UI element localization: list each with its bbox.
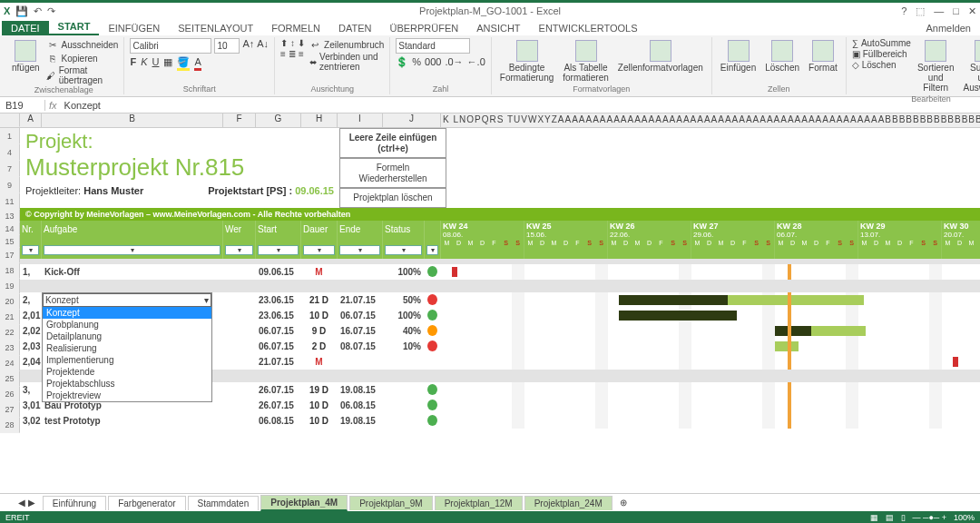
tab-seitenlayout[interactable]: SEITENLAYOUT (169, 21, 262, 35)
format-table-button[interactable]: Als Tabelle formatieren (560, 38, 612, 84)
tab-ansicht[interactable]: ANSICHT (467, 21, 529, 35)
row-header[interactable]: 20 (0, 294, 20, 310)
shrink-font-icon[interactable]: A↓ (257, 38, 269, 54)
fx-icon[interactable]: fx (45, 100, 61, 111)
tab-datei[interactable]: DATEI (2, 21, 49, 35)
sheet-tab[interactable]: Projektplan_12M (435, 496, 523, 510)
percent-icon[interactable]: % (412, 56, 421, 68)
filter-icon[interactable]: ▾ (426, 245, 438, 255)
col-header[interactable]: G (256, 113, 301, 127)
fill-color-icon[interactable]: 🪣 (177, 56, 190, 71)
task-row[interactable]: 3,02test Prototyp06.08.1510 D19.08.15 (20, 413, 980, 429)
wrap-text-button[interactable]: ↩Zeilenumbruch (309, 38, 384, 51)
delete-plan-button[interactable]: Projektplan löschen (339, 188, 446, 208)
task-dropdown[interactable]: Konzept▾KonzeptGrobplanungDetailplanungR… (42, 292, 212, 402)
row-header[interactable]: 22 (0, 325, 20, 340)
font-size-select[interactable]: 10 (214, 38, 240, 54)
col-header[interactable]: H (301, 113, 338, 127)
dropdown-option[interactable]: Grobplanung (43, 319, 211, 331)
align-left-icon[interactable]: ≡ (280, 49, 286, 59)
number-format-select[interactable]: Standard (396, 38, 470, 54)
align-center-icon[interactable]: ≣ (289, 49, 296, 59)
paste-button[interactable]: nfügen (9, 38, 43, 74)
sort-filter-button[interactable]: Sortieren und Filtern (915, 38, 957, 94)
align-top-icon[interactable]: ⬆ (280, 38, 288, 48)
tab-daten[interactable]: DATEN (329, 21, 380, 35)
find-select-button[interactable]: Suchen und Auswählen (960, 38, 980, 94)
row-header[interactable]: 23 (0, 340, 20, 356)
row-header[interactable]: 27 (0, 402, 20, 418)
name-box[interactable]: B19 (2, 100, 45, 111)
grow-font-icon[interactable]: A↑ (242, 38, 254, 54)
col-header[interactable]: B (42, 113, 223, 127)
autosum-button[interactable]: ∑AutoSumme (852, 38, 911, 48)
row-header[interactable]: 17 (0, 248, 20, 263)
col-header[interactable]: J (383, 113, 441, 127)
filter-icon[interactable]: ▾ (385, 245, 422, 255)
dropdown-option[interactable]: Projektabschluss (43, 378, 211, 390)
redo-icon[interactable]: ↷ (47, 5, 55, 17)
sheet-tab[interactable]: Projektplan_24M (524, 496, 612, 510)
comma-icon[interactable]: 000 (425, 56, 441, 68)
cell-styles-button[interactable]: Zellenformatvorlagen (615, 38, 706, 74)
dropdown-option[interactable]: Projektreview (43, 390, 211, 401)
clear-button[interactable]: ◇Löschen (852, 60, 911, 70)
restore-formulas-button[interactable]: Formeln Wiederherstellen (339, 158, 446, 188)
row-header[interactable]: 18 (0, 263, 20, 279)
row-header[interactable]: 21 (0, 310, 20, 325)
sheet-tab[interactable]: Einführung (43, 496, 106, 510)
row-header[interactable]: 15 (0, 235, 20, 248)
insert-row-button[interactable]: Leere Zeile einfügen (ctrl+e) (339, 128, 446, 158)
row-header[interactable]: 28 (0, 418, 20, 433)
row-header[interactable]: 19 (0, 279, 20, 294)
view-break-icon[interactable]: ▯ (901, 513, 906, 522)
align-mid-icon[interactable]: ↕ (290, 38, 295, 48)
col-header[interactable]: I (338, 113, 383, 127)
filter-icon[interactable]: ▾ (225, 245, 253, 255)
filter-icon[interactable]: ▾ (303, 245, 335, 255)
maximize-icon[interactable]: □ (953, 5, 959, 17)
tab-start[interactable]: START (49, 19, 100, 35)
dec-dec-icon[interactable]: ←.0 (467, 56, 485, 68)
task-row[interactable]: 1,Kick-Off09.06.15M100% (20, 264, 980, 280)
italic-button[interactable]: K (141, 56, 147, 71)
dropdown-option[interactable]: Projektende (43, 366, 211, 378)
align-right-icon[interactable]: ≡ (299, 49, 304, 59)
cut-button[interactable]: ✂Ausschneiden (46, 38, 119, 51)
minimize-icon[interactable]: — (934, 5, 944, 17)
tab-einfügen[interactable]: EINFÜGEN (99, 21, 169, 35)
col-header[interactable]: A (20, 113, 42, 127)
conditional-fmt-button[interactable]: Bedingte Formatierung (497, 38, 556, 84)
tab-formeln[interactable]: FORMELN (262, 21, 329, 35)
ribbon-options-icon[interactable]: ⬚ (916, 5, 925, 17)
view-normal-icon[interactable]: ▦ (870, 513, 878, 522)
delete-cells-button[interactable]: Löschen (762, 38, 802, 74)
formula-bar[interactable]: Konzept (61, 100, 980, 111)
save-icon[interactable]: 💾 (15, 5, 28, 17)
task-row[interactable]: 2,Konzept23.06.1521 D21.07.1550%Konzept▾… (20, 292, 980, 308)
filter-icon[interactable]: ▾ (339, 245, 380, 255)
row-header[interactable]: 11 (0, 193, 20, 210)
tab-nav-icon[interactable]: ◀ ▶ (18, 498, 35, 508)
account-link[interactable]: Anmelden (916, 21, 980, 35)
dropdown-option[interactable]: Implementierung (43, 354, 211, 366)
add-sheet-icon[interactable]: ⊕ (614, 498, 632, 508)
font-name-select[interactable]: Calibri (130, 38, 211, 54)
dropdown-option[interactable]: Realisierung (43, 342, 211, 354)
merge-button[interactable]: ⬌Verbinden und zentrieren (309, 52, 384, 72)
row-header[interactable]: 9 (0, 177, 20, 193)
sheet-tab[interactable]: Stammdaten (188, 496, 260, 510)
help-icon[interactable]: ? (901, 5, 906, 17)
row-header[interactable]: 13 (0, 210, 20, 222)
row-header[interactable]: 24 (0, 356, 20, 371)
border-icon[interactable]: ▦ (163, 56, 172, 71)
undo-icon[interactable]: ↶ (34, 5, 42, 17)
sheet-tab[interactable]: Projektplan_9M (349, 496, 432, 510)
currency-icon[interactable]: 💲 (396, 56, 408, 68)
fill-button[interactable]: ▣Füllbereich (852, 49, 911, 59)
filter-icon[interactable]: ▾ (44, 245, 220, 255)
dropdown-option[interactable]: Detailplanung (43, 331, 211, 342)
sheet-tab[interactable]: Farbgenerator (108, 496, 185, 510)
row-header[interactable]: 14 (0, 222, 20, 235)
bold-button[interactable]: F (130, 56, 136, 71)
